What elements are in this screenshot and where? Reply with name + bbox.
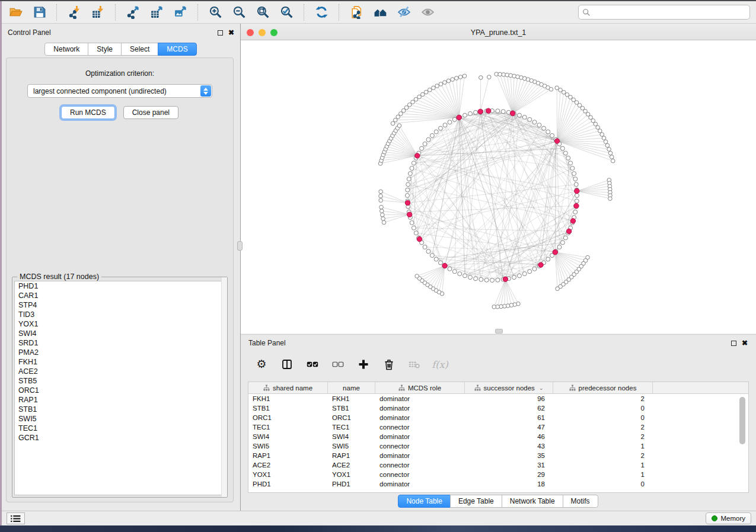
desktop-wallpaper — [0, 525, 756, 532]
criterion-select[interactable]: largest connected component (undirected) — [27, 84, 212, 98]
table-row[interactable]: SWI5 SWI5 connector 43 1 — [248, 441, 748, 451]
mcds-result-list[interactable]: PHD1CAR1STP4TID3YOX1SWI4SRD1PMA2FKH1ACE2… — [14, 281, 225, 495]
tab-edge-table[interactable]: Edge Table — [450, 495, 502, 508]
delete-table-icon — [408, 358, 421, 371]
close-panel-button[interactable]: Close panel — [123, 106, 178, 119]
network-window-titlebar: YPA_prune.txt_1 — [241, 25, 756, 40]
mcds-result-item[interactable]: STB5 — [15, 376, 225, 386]
export-image-icon[interactable] — [173, 5, 188, 20]
mcds-result-item[interactable]: PMA2 — [15, 348, 225, 357]
vertical-splitter-grip[interactable] — [237, 241, 243, 251]
table-row[interactable]: SWI4 SWI4 dominator 46 2 — [248, 432, 748, 441]
split-columns-icon[interactable] — [280, 358, 294, 371]
export-table-icon[interactable] — [149, 5, 164, 20]
table-scrollbar[interactable] — [739, 395, 747, 490]
search-input[interactable] — [594, 8, 746, 17]
duplicate-network-icon[interactable] — [349, 5, 364, 20]
mcds-result-item[interactable]: YOX1 — [15, 319, 225, 329]
mcds-result-item[interactable]: SWI4 — [15, 329, 225, 338]
table-scrollbar-thumb[interactable] — [739, 397, 745, 444]
memory-button[interactable]: Memory — [706, 512, 751, 524]
mcds-result-item[interactable]: STB1 — [15, 405, 225, 414]
sort-desc-icon: ⌄ — [539, 385, 544, 391]
search-box[interactable] — [578, 5, 750, 20]
settings-gear-icon[interactable]: ⚙ — [255, 358, 268, 371]
close-table-panel-icon[interactable]: ✖ — [742, 341, 748, 346]
network-window-title: YPA_prune.txt_1 — [241, 28, 756, 37]
column-header-MCDS-role[interactable]: MCDS role — [375, 382, 465, 393]
tab-node-table[interactable]: Node Table — [398, 495, 451, 508]
tab-motifs[interactable]: Motifs — [563, 495, 598, 508]
close-panel-icon[interactable]: ✖ — [228, 30, 234, 36]
mcds-result-item[interactable]: GCR1 — [15, 433, 225, 443]
mcds-result-group: MCDS result (17 nodes) PHD1CAR1STP4TID3Y… — [12, 277, 228, 498]
float-panel-icon[interactable] — [218, 30, 223, 36]
eye-hidden-icon[interactable] — [396, 5, 412, 20]
save-session-icon[interactable] — [31, 5, 47, 20]
table-panel: Table Panel ✖ ⚙f(x) shared namenameMCDS … — [241, 334, 756, 511]
optimization-criterion-label: Optimization criterion: — [7, 69, 233, 78]
houses-icon[interactable] — [372, 5, 388, 20]
eye-icon[interactable] — [420, 5, 435, 20]
tab-network-table[interactable]: Network Table — [502, 495, 563, 508]
mcds-result-item[interactable]: SRD1 — [15, 338, 225, 348]
tab-network[interactable]: Network — [44, 43, 88, 56]
memory-label: Memory — [720, 515, 745, 522]
table-row[interactable]: YOX1 YOX1 connector 29 1 — [248, 470, 748, 479]
table-row[interactable]: FKH1 FKH1 dominator 96 2 — [248, 394, 748, 403]
zoom-fit-icon[interactable] — [255, 5, 270, 20]
refresh-icon[interactable] — [314, 5, 329, 20]
mcds-result-item[interactable]: CAR1 — [15, 291, 225, 300]
export-network-icon[interactable] — [125, 5, 141, 20]
zoom-in-icon[interactable] — [208, 5, 223, 20]
deselect-all-icon[interactable] — [331, 358, 344, 371]
select-all-icon[interactable] — [306, 358, 319, 371]
delete-column-icon[interactable] — [382, 358, 395, 371]
add-column-icon[interactable] — [357, 358, 370, 371]
table-row[interactable]: TEC1 TEC1 connector 47 2 — [248, 422, 748, 432]
cytoscape-window: Control Panel ✖ Network Style Select MCD… — [2, 1, 756, 525]
table-row[interactable]: ACE2 ACE2 connector 31 1 — [248, 460, 748, 470]
mcds-result-item[interactable]: RAP1 — [15, 395, 225, 405]
network-graph[interactable] — [241, 40, 756, 334]
column-type-icon — [263, 384, 270, 391]
column-header-predecessor-nodes[interactable]: predecessor nodes — [553, 382, 653, 393]
mcds-result-item[interactable]: FKH1 — [15, 357, 225, 367]
column-header-name[interactable]: name — [328, 382, 375, 393]
import-table-icon[interactable] — [90, 5, 106, 20]
table-toolbar: ⚙f(x) — [241, 347, 756, 373]
zoom-selected-icon[interactable] — [279, 5, 294, 20]
task-history-button[interactable] — [7, 512, 25, 524]
network-canvas[interactable] — [241, 40, 756, 334]
column-type-icon — [398, 384, 405, 391]
float-table-panel-icon[interactable] — [731, 341, 736, 346]
mcds-result-item[interactable]: ORC1 — [15, 386, 225, 395]
table-panel-tabs: Node Table Edge Table Network Table Moti… — [241, 495, 756, 508]
horizontal-splitter-grip[interactable] — [495, 329, 503, 334]
mcds-result-item[interactable]: PHD1 — [15, 281, 225, 291]
column-type-icon — [569, 384, 576, 391]
table-row[interactable]: PHD1 PHD1 dominator 18 0 — [248, 479, 748, 489]
import-network-icon[interactable] — [66, 5, 82, 20]
mcds-result-item[interactable]: SWI5 — [15, 414, 225, 424]
column-header-shared-name[interactable]: shared name — [248, 382, 328, 393]
table-row[interactable]: ORC1 ORC1 dominator 61 0 — [248, 413, 748, 422]
zoom-out-icon[interactable] — [231, 5, 247, 20]
search-icon — [582, 8, 591, 17]
run-mcds-button[interactable]: Run MCDS — [61, 106, 115, 119]
mcds-result-item[interactable]: STP4 — [15, 300, 225, 310]
mcds-list-scrollbar[interactable] — [221, 277, 227, 497]
table-row[interactable]: STB1 STB1 dominator 62 0 — [248, 403, 748, 413]
table-row[interactable]: RAP1 RAP1 dominator 35 2 — [248, 451, 748, 460]
open-folder-icon[interactable] — [8, 5, 23, 20]
tab-select[interactable]: Select — [121, 43, 158, 56]
mcds-result-item[interactable]: ACE2 — [15, 367, 225, 376]
tab-mcds[interactable]: MCDS — [158, 43, 196, 56]
toolbar-separator — [56, 4, 57, 21]
mcds-result-item[interactable]: TID3 — [15, 310, 225, 319]
tab-style[interactable]: Style — [88, 43, 122, 56]
mcds-result-item[interactable]: TEC1 — [15, 424, 225, 433]
main-toolbar — [2, 1, 756, 24]
criterion-selected-value: largest connected component (undirected) — [33, 87, 167, 95]
column-header-successor-nodes[interactable]: successor nodes⌄ — [465, 382, 553, 393]
